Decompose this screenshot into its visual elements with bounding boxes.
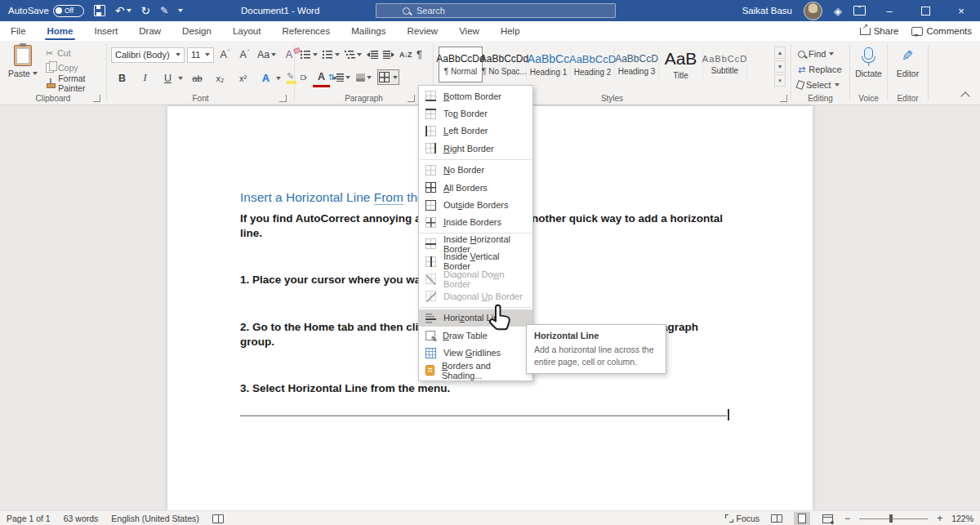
autosave-toggle[interactable]: AutoSave Off	[8, 5, 84, 17]
tab-view[interactable]: View	[448, 21, 490, 41]
subscript-button[interactable]: x₂	[212, 70, 229, 87]
styles-more-button[interactable]: ▾	[774, 74, 786, 87]
multilevel-list-button[interactable]	[345, 50, 362, 59]
underline-chevron-icon[interactable]	[178, 77, 183, 80]
print-layout-button[interactable]	[794, 512, 810, 525]
save-icon[interactable]	[94, 5, 105, 16]
word-count[interactable]: 63 words	[64, 514, 99, 523]
borders-button[interactable]	[377, 69, 399, 85]
strikethrough-button[interactable]: ab	[189, 70, 206, 87]
underline-button[interactable]: U	[159, 70, 176, 87]
tab-review[interactable]: Review	[396, 21, 448, 41]
bullets-button[interactable]	[301, 50, 318, 59]
dictate-button[interactable]: Dictate	[850, 47, 887, 78]
borders-chevron-icon[interactable]	[393, 76, 398, 79]
styles-scroll-down-button[interactable]: ▼	[774, 60, 786, 73]
focus-button[interactable]: Focus	[725, 514, 760, 523]
show-formatting-button[interactable]: ¶	[416, 48, 422, 60]
zoom-slider-thumb[interactable]	[889, 514, 893, 523]
style-subtitle[interactable]: AaBbCcDSubtitle	[703, 47, 747, 82]
zoom-level[interactable]: 122%	[951, 514, 973, 523]
increase-indent-button[interactable]	[383, 50, 394, 59]
tab-home[interactable]: Home	[37, 21, 84, 41]
redo-button[interactable]: ↻	[141, 5, 151, 16]
copy-button[interactable]: Copy	[46, 61, 106, 74]
menu-item-top-border[interactable]: Top Border	[419, 105, 532, 122]
menu-item-inside-horizontal-border[interactable]: Inside Horizontal Border	[419, 235, 532, 252]
decrease-indent-button[interactable]	[367, 50, 378, 59]
sort-button[interactable]: A↓Z	[399, 51, 412, 59]
italic-button[interactable]: I	[136, 70, 154, 87]
read-mode-button[interactable]	[768, 512, 785, 525]
shading-button[interactable]	[356, 73, 372, 82]
comments-button[interactable]: Comments	[911, 26, 972, 36]
numbering-button[interactable]	[323, 50, 340, 59]
menu-item-no-border[interactable]: No Border	[419, 162, 532, 179]
font-name-combo[interactable]: Calibri (Body)	[111, 47, 185, 63]
menu-item-inside-vertical-border[interactable]: Inside Vertical Border	[419, 253, 532, 270]
tab-insert[interactable]: Insert	[83, 21, 128, 41]
change-case-button[interactable]: Aa	[256, 47, 278, 63]
style-normal[interactable]: AaBbCcDd¶ Normal	[439, 47, 483, 82]
bold-button[interactable]: B	[114, 70, 131, 87]
restore-button[interactable]	[913, 0, 938, 21]
text-effects-chevron-icon[interactable]	[276, 77, 281, 80]
close-button[interactable]: ×	[949, 0, 973, 21]
style-heading1[interactable]: AaBbCcHeading 1	[527, 47, 571, 82]
customize-qat-chevron-icon[interactable]	[178, 9, 183, 12]
tab-file[interactable]: File	[0, 21, 37, 41]
menu-item-draw-table[interactable]: Draw Table	[419, 327, 532, 344]
autosave-switch[interactable]: Off	[53, 5, 84, 17]
menu-item-left-border[interactable]: Left Border	[419, 122, 532, 140]
tab-layout[interactable]: Layout	[222, 21, 272, 41]
grow-font-button[interactable]: Aˆ	[216, 47, 234, 63]
shrink-font-button[interactable]: Aˇ	[236, 47, 253, 63]
font-size-combo[interactable]: 11	[187, 47, 214, 63]
search-input[interactable]: Search	[376, 3, 616, 18]
quick-command-icon[interactable]: ✎	[160, 6, 168, 16]
menu-item-inside-borders[interactable]: Inside Borders	[419, 214, 532, 231]
select-button[interactable]: Select	[798, 78, 842, 91]
ribbon-display-options-icon[interactable]: ⌃	[853, 6, 866, 16]
collapse-ribbon-button[interactable]	[960, 91, 969, 100]
web-layout-button[interactable]	[819, 512, 835, 525]
editor-button[interactable]: ✎ Editor	[888, 49, 928, 78]
replace-button[interactable]: ⇄Replace	[798, 63, 842, 76]
menu-item-bottom-border[interactable]: Bottom Border	[419, 87, 532, 105]
align-left-button[interactable]	[301, 75, 305, 80]
menu-item-all-borders[interactable]: All Borders	[419, 179, 532, 196]
tab-draw[interactable]: Draw	[128, 21, 172, 41]
menu-item-right-border[interactable]: Right Border	[419, 140, 532, 157]
menu-item-outside-borders[interactable]: Outside Borders	[419, 196, 532, 213]
zoom-in-button[interactable]: +	[937, 513, 942, 524]
zoom-out-button[interactable]: −	[844, 513, 850, 524]
cut-button[interactable]: ✂Cut	[46, 47, 106, 60]
share-button[interactable]: Share	[860, 26, 899, 36]
menu-item-horizontal-line[interactable]: Horizontal Line	[419, 309, 532, 327]
clipboard-dialog-launcher[interactable]	[93, 95, 100, 102]
tab-help[interactable]: Help	[490, 21, 531, 41]
find-button[interactable]: Find	[798, 47, 842, 60]
superscript-button[interactable]: x²	[234, 70, 252, 87]
menu-item-view-gridlines[interactable]: View Gridlines	[419, 344, 532, 361]
tab-design[interactable]: Design	[172, 21, 222, 41]
style-title[interactable]: AaBTitle	[659, 47, 703, 82]
paragraph-dialog-launcher[interactable]	[408, 95, 415, 102]
styles-scroll-up-button[interactable]: ▲	[774, 47, 786, 59]
avatar[interactable]	[804, 2, 822, 20]
language-indicator[interactable]: English (United States)	[111, 514, 198, 523]
page-count[interactable]: Page 1 of 1	[7, 514, 51, 523]
minimize-button[interactable]: –	[877, 0, 902, 21]
badge-icon[interactable]: ◈	[834, 5, 842, 17]
menu-item-borders-and-shading[interactable]: Borders and Shading...	[419, 362, 532, 379]
undo-button[interactable]: ↶	[115, 5, 131, 16]
style-heading3[interactable]: AaBbCcDHeading 3	[615, 47, 659, 82]
text-effects-button[interactable]: A	[257, 70, 274, 87]
line-spacing-button[interactable]: ⇅	[328, 73, 350, 82]
styles-dialog-launcher[interactable]	[780, 95, 787, 102]
tab-mailings[interactable]: Mailings	[341, 21, 396, 41]
proofing-status-icon[interactable]	[212, 514, 224, 523]
paste-button[interactable]: Paste	[8, 45, 38, 78]
style-no-spacing[interactable]: AaBbCcDd¶ No Spac...	[483, 47, 527, 82]
style-heading2[interactable]: AaBbCcDHeading 2	[571, 47, 615, 82]
